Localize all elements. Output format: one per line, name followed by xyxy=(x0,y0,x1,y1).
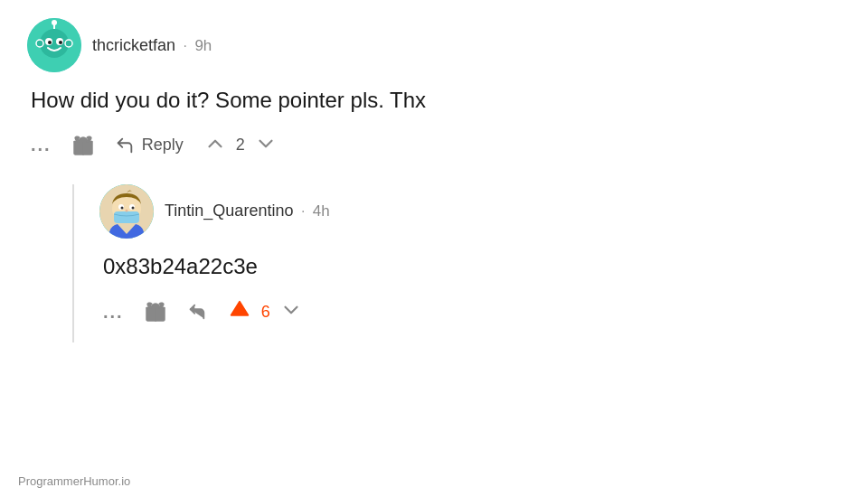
svg-point-8 xyxy=(36,40,43,47)
svg-point-1 xyxy=(40,29,69,58)
watermark: ProgrammerHumor.io xyxy=(18,474,130,488)
comment-1-meta: thcricketfan · 9h xyxy=(92,36,212,55)
upvote-button-1[interactable] xyxy=(203,132,227,159)
svg-point-9 xyxy=(65,40,72,47)
downvote-button-1[interactable] xyxy=(254,132,278,159)
vote-count-2: 6 xyxy=(261,303,270,322)
svg-point-5 xyxy=(59,41,62,44)
upvote-button-2[interactable] xyxy=(227,297,252,326)
more-options-2[interactable]: ... xyxy=(103,302,124,323)
vote-section-2: 6 xyxy=(227,297,303,326)
comment-2: Tintin_Quarentino · 4h 0x83b24a22c3e ... xyxy=(99,184,841,343)
reply-button-2[interactable] xyxy=(187,302,207,322)
svg-point-16 xyxy=(132,206,135,209)
vote-section-1: 2 xyxy=(203,132,278,159)
gift-button-2[interactable] xyxy=(144,300,167,324)
svg-point-18 xyxy=(126,209,128,211)
svg-point-4 xyxy=(48,41,52,44)
dot-2: · xyxy=(301,203,305,219)
timestamp-1: 9h xyxy=(194,37,212,54)
more-options-1[interactable]: ... xyxy=(31,135,52,155)
avatar-thcricketfan xyxy=(27,18,81,72)
username-2[interactable]: Tintin_Quarentino xyxy=(165,202,293,220)
reply-label-1: Reply xyxy=(142,136,184,155)
reply-button-1[interactable]: Reply xyxy=(115,136,184,155)
username-1[interactable]: thcricketfan xyxy=(92,36,175,54)
comment-2-header: Tintin_Quarentino · 4h xyxy=(99,184,841,239)
comment-2-body: 0x83b24a22c3e xyxy=(103,251,841,282)
svg-rect-17 xyxy=(114,211,139,223)
svg-point-7 xyxy=(52,20,57,25)
comment-1-actions: ... Reply xyxy=(31,132,841,159)
svg-point-15 xyxy=(121,206,124,209)
downvote-button-2[interactable] xyxy=(279,298,303,325)
comment-1: thcricketfan · 9h How did you do it? Som… xyxy=(27,18,841,175)
comment-2-meta: Tintin_Quarentino · 4h xyxy=(165,202,330,220)
comment-1-header: thcricketfan · 9h xyxy=(27,18,841,72)
comment-1-body: How did you do it? Some pointer pls. Thx xyxy=(31,85,841,116)
vote-count-1: 2 xyxy=(236,136,245,155)
page-container: thcricketfan · 9h How did you do it? Som… xyxy=(0,0,868,497)
timestamp-2: 4h xyxy=(313,202,330,220)
avatar-tintin xyxy=(99,184,154,239)
dot-1: · xyxy=(184,38,187,53)
gift-button-1[interactable] xyxy=(71,134,95,157)
nested-comment-container: Tintin_Quarentino · 4h 0x83b24a22c3e ... xyxy=(72,184,841,343)
comment-2-actions: ... xyxy=(103,297,841,326)
